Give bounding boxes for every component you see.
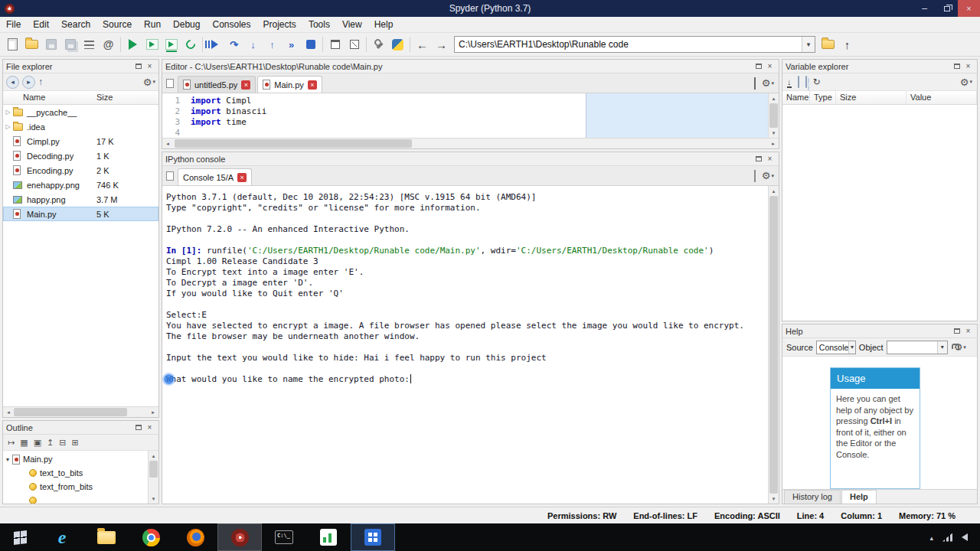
scrollbar-track[interactable] (769, 196, 779, 494)
collapse-all-button[interactable]: ⊟ (59, 438, 66, 448)
volume-icon[interactable] (962, 533, 968, 541)
close-tab-icon[interactable]: × (308, 80, 317, 90)
go-to-cursor-button[interactable]: ↥ (47, 438, 54, 448)
undock-pane-button[interactable] (132, 61, 144, 72)
minimize-button[interactable]: – (913, 0, 936, 17)
editor-tab[interactable]: untitled5.py× (178, 76, 256, 93)
options-menu-button[interactable]: ⚙▾ (762, 77, 774, 89)
file-row[interactable]: happy.png3.7 M (3, 192, 158, 207)
browse-consoles-button[interactable] (166, 171, 174, 181)
refresh-button[interactable]: ↻ (813, 77, 821, 87)
scrollbar-thumb[interactable] (149, 461, 158, 478)
column-header-type[interactable]: Type (810, 91, 836, 104)
menu-consoles[interactable]: Consoles (206, 17, 256, 32)
scroll-up-icon[interactable]: ▴ (769, 186, 779, 196)
parent-button[interactable]: ↑ (38, 77, 43, 87)
tab-help[interactable]: Help (841, 490, 877, 504)
expand-arrow-icon[interactable]: ▷ (3, 109, 13, 116)
menu-search[interactable]: Search (55, 17, 96, 32)
editor-body[interactable]: 1import Cimpl2import binascii3import tim… (162, 93, 779, 138)
menu-source[interactable]: Source (96, 17, 138, 32)
close-button[interactable]: × (958, 0, 980, 17)
close-pane-button[interactable]: × (144, 61, 155, 72)
hidden-icons-icon[interactable] (929, 532, 933, 543)
step-into-button[interactable]: ↓ (243, 34, 263, 54)
step-return-button[interactable]: ↑ (263, 34, 282, 54)
menu-tools[interactable]: Tools (302, 17, 336, 32)
column-header-name[interactable]: Name (782, 91, 810, 104)
scrollbar-thumb[interactable] (14, 408, 127, 416)
scroll-down-icon[interactable]: ▾ (769, 494, 779, 504)
vertical-scrollbar[interactable]: ▴ ▾ (148, 451, 158, 504)
back-button[interactable]: ← (413, 34, 432, 54)
outline-root[interactable]: ▾Main.py (3, 452, 148, 466)
fullscreen-button[interactable] (345, 34, 364, 54)
file-row[interactable]: ▷__pycache__ (3, 105, 158, 119)
scrollbar-track[interactable] (769, 103, 779, 128)
preferences-button[interactable] (369, 34, 388, 54)
run-cell-button[interactable] (142, 34, 162, 54)
rerun-cell-button[interactable] (181, 34, 200, 54)
column-header-value[interactable]: Value (906, 91, 977, 104)
next-button[interactable]: → (432, 34, 451, 54)
column-header-name[interactable]: Name (23, 93, 45, 102)
taskbar-start-button[interactable] (0, 523, 40, 551)
undock-pane-button[interactable] (951, 326, 962, 337)
file-row[interactable]: Cimpl.py17 K (3, 134, 158, 148)
previous-button[interactable]: ◂ (6, 76, 19, 89)
horizontal-scrollbar[interactable]: ◂ ▸ (3, 406, 158, 417)
save-button[interactable] (41, 34, 60, 54)
scroll-down-icon[interactable]: ▾ (769, 128, 779, 138)
undock-pane-button[interactable] (951, 61, 962, 72)
file-row[interactable]: Encoding.py2 K (3, 163, 158, 178)
collapse-arrow-icon[interactable]: ▾ (6, 456, 9, 463)
taskbar-blue-app-button[interactable] (351, 523, 395, 551)
taskbar-firefox-button[interactable] (173, 523, 217, 551)
network-icon[interactable] (942, 533, 952, 542)
scroll-right-icon[interactable]: ▸ (148, 407, 158, 417)
scroll-up-icon[interactable]: ▴ (769, 93, 779, 103)
file-row[interactable]: Decoding.py1 K (3, 148, 158, 163)
group-cells-button[interactable]: ▦ (20, 438, 28, 448)
menu-help[interactable]: Help (368, 17, 400, 32)
follow-cursor-button[interactable]: ↦ (8, 438, 15, 448)
scroll-down-icon[interactable]: ▾ (149, 494, 159, 504)
editor-tab[interactable]: Main.py× (257, 76, 322, 93)
close-pane-button[interactable]: × (962, 326, 974, 337)
file-row[interactable]: Main.py5 K (3, 207, 158, 221)
close-pane-button[interactable]: × (962, 61, 974, 72)
next-button[interactable]: ▸ (22, 76, 35, 89)
menu-debug[interactable]: Debug (167, 17, 206, 32)
console-tab[interactable]: Console 15/A × (178, 168, 252, 185)
save-data-button[interactable] (798, 77, 799, 87)
parent-directory-button[interactable]: ↑ (838, 34, 857, 54)
save-all-button[interactable] (60, 34, 80, 54)
variable-table-empty[interactable] (782, 105, 977, 321)
menu-run[interactable]: Run (138, 17, 167, 32)
taskbar-chrome-button[interactable] (129, 523, 173, 551)
stop-debug-button[interactable] (301, 34, 320, 54)
open-file-button[interactable] (22, 34, 41, 54)
close-tab-icon[interactable]: × (241, 80, 250, 90)
fullpath-button[interactable]: ▣ (34, 438, 41, 448)
continue-button[interactable]: » (282, 34, 301, 54)
vertical-scrollbar[interactable]: ▴ ▾ (768, 186, 779, 504)
pythonpath-button[interactable] (388, 34, 407, 54)
file-row[interactable]: ▷.idea (3, 119, 158, 134)
expand-arrow-icon[interactable]: ▷ (3, 123, 13, 130)
console-output[interactable]: Python 3.7.1 (default, Dec 10 2018, 22:5… (162, 186, 768, 504)
import-data-button[interactable]: ↓ (787, 77, 792, 87)
outline-item[interactable]: text_from_bits (3, 480, 148, 494)
find-symbols-button[interactable]: @ (99, 34, 118, 54)
scroll-up-icon[interactable]: ▴ (149, 451, 159, 461)
horizontal-scrollbar[interactable]: ◂ ▸ (162, 138, 779, 148)
file-switcher-button[interactable] (80, 34, 99, 54)
scroll-right-icon[interactable]: ▸ (768, 139, 779, 148)
run-cell-advance-button[interactable] (162, 34, 181, 54)
close-pane-button[interactable]: × (144, 422, 155, 433)
undock-pane-button[interactable] (753, 61, 764, 72)
tab-history-log[interactable]: History log (784, 490, 841, 504)
scrollbar-track[interactable] (173, 139, 768, 148)
restore-button[interactable] (936, 0, 958, 17)
taskbar-file-explorer-button[interactable] (84, 523, 129, 551)
